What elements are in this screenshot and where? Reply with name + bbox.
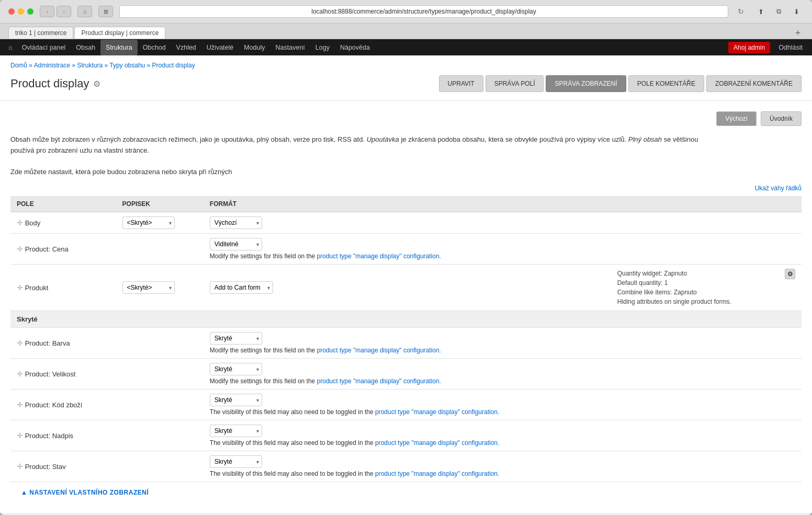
velikost-format-cell: Skryté Viditelné ▾ Modify the settings f… bbox=[210, 363, 605, 385]
tab-pole-komentar[interactable]: POLE KOMENTÁŘE bbox=[628, 75, 704, 92]
stav-format-select-wrapper: Skryté Viditelné ▾ bbox=[210, 455, 262, 468]
produkt-settings-gear[interactable]: ⚙ bbox=[785, 269, 795, 279]
drag-handle[interactable]: ✛ bbox=[17, 339, 23, 347]
content-tabs: UPRAVIT SPRÁVA POLÍ SPRÁVA ZOBRAZENÍ POL… bbox=[439, 75, 802, 92]
browser-dots bbox=[8, 8, 33, 15]
tab-switcher-button[interactable]: ⊞ bbox=[98, 6, 113, 17]
tab-zobrazeni-komentar[interactable]: ZOBRAZENÍ KOMENTÁŘE bbox=[706, 75, 802, 92]
nav-struktura[interactable]: Struktura bbox=[100, 40, 138, 55]
barva-format-select[interactable]: Skryté Viditelné bbox=[210, 332, 262, 345]
nadpis-format-row: Skryté Viditelné ▾ bbox=[210, 425, 605, 437]
nav-obsah[interactable]: Obsah bbox=[71, 40, 100, 55]
admin-badge[interactable]: Ahoj admin bbox=[728, 42, 770, 53]
page-title: Product display bbox=[10, 77, 89, 90]
col-format: FORMÁT bbox=[204, 196, 611, 212]
nav-obchod[interactable]: Obchod bbox=[138, 40, 171, 55]
url-text: localhost:8888/commerce/admin/structure/… bbox=[311, 8, 536, 15]
display-uvednik-btn[interactable]: Úvodník bbox=[761, 111, 802, 126]
section-label-skryte: Skryté bbox=[17, 315, 38, 323]
drag-handle[interactable]: ✛ bbox=[17, 431, 23, 440]
table-row: ✛ Product: Kód zboží Skryté Vid bbox=[10, 390, 802, 420]
new-window-button[interactable]: ⧉ bbox=[771, 6, 786, 17]
custom-display-settings-link[interactable]: ▲ NASTAVENÍ VLASTNÍHO ZOBRAZENÍ bbox=[21, 489, 149, 496]
stav-format-cell: Skryté Viditelné ▾ The visibility of thi… bbox=[210, 455, 605, 477]
field-cena-name: Product: Cena bbox=[25, 245, 69, 253]
kod-config-link[interactable]: product type "manage display" configurat… bbox=[375, 408, 499, 416]
download-button[interactable]: ⬇ bbox=[789, 6, 804, 17]
nadpis-format-select-wrapper: Skryté Viditelné ▾ bbox=[210, 425, 262, 437]
nav-logy[interactable]: Logy bbox=[310, 40, 335, 55]
body-format-select[interactable]: Výchozí Skryté bbox=[210, 216, 262, 229]
show-weights-anchor[interactable]: Ukaž váhy řádků bbox=[755, 185, 802, 192]
body-label-select[interactable]: <Skryté> Výchozí bbox=[122, 216, 175, 229]
tab-1[interactable]: triko 1 | commerce bbox=[8, 27, 73, 39]
home-button[interactable]: ⌂ bbox=[77, 6, 92, 17]
drag-handle[interactable]: ✛ bbox=[17, 400, 23, 409]
produkt-label-select[interactable]: <Skryté> Výchozí bbox=[122, 281, 175, 294]
share-button[interactable]: ⬆ bbox=[753, 6, 768, 17]
nadpis-modify-link: The visibility of this field may also ne… bbox=[210, 439, 605, 447]
tab-2[interactable]: Product display | commerce bbox=[74, 27, 165, 39]
breadcrumb: Domů » Administrace » Struktura » Typy o… bbox=[0, 55, 812, 71]
tab-upravit[interactable]: UPRAVIT bbox=[439, 75, 483, 92]
nav-moduly[interactable]: Moduly bbox=[239, 40, 270, 55]
new-tab-button[interactable]: + bbox=[792, 27, 804, 39]
page-settings-icon[interactable]: ⚙ bbox=[93, 79, 100, 89]
address-bar[interactable]: localhost:8888/commerce/admin/structure/… bbox=[119, 5, 728, 18]
drupal-nav: ⌂ Ovládací panel Obsah Struktura Obchod … bbox=[0, 39, 812, 55]
tab-sprava-zobrazeni[interactable]: SPRÁVA ZOBRAZENÍ bbox=[546, 75, 626, 92]
table-row: ✛ Product: Stav Skryté Viditeln bbox=[10, 451, 802, 482]
nadpis-config-link[interactable]: product type "manage display" configurat… bbox=[375, 439, 499, 447]
velikost-format-select[interactable]: Skryté Viditelné bbox=[210, 363, 262, 375]
nadpis-format-cell: Skryté Viditelné ▾ The visibility of thi… bbox=[210, 425, 605, 447]
drag-handle[interactable]: ✛ bbox=[17, 462, 23, 471]
cena-config-link[interactable]: product type "manage display" configurat… bbox=[317, 253, 441, 260]
browser-nav: ‹ › bbox=[40, 6, 71, 17]
back-button[interactable]: ‹ bbox=[40, 6, 54, 17]
nav-home-icon[interactable]: ⌂ bbox=[4, 39, 17, 55]
close-dot[interactable] bbox=[8, 8, 15, 15]
nav-vzhled[interactable]: Vzhled bbox=[171, 40, 201, 55]
table-row: ✛ Product: Barva Skryté Viditel bbox=[10, 328, 802, 359]
breadcrumb-home[interactable]: Domů bbox=[10, 62, 27, 69]
reload-button[interactable]: ↻ bbox=[735, 6, 747, 17]
nadpis-format-select[interactable]: Skryté Viditelné bbox=[210, 425, 262, 437]
nav-nastaveni[interactable]: Nastavení bbox=[270, 40, 310, 55]
drag-handle[interactable]: ✛ bbox=[17, 283, 23, 292]
velikost-config-link[interactable]: product type "manage display" configurat… bbox=[317, 377, 441, 385]
nav-uzivatele[interactable]: Uživatelé bbox=[201, 40, 239, 55]
kod-format-row: Skryté Viditelné ▾ bbox=[210, 394, 605, 406]
breadcrumb-typy-obsahu[interactable]: Typy obsahu bbox=[109, 62, 145, 69]
breadcrumb-struktura[interactable]: Struktura bbox=[77, 62, 103, 69]
drag-handle[interactable]: ✛ bbox=[17, 245, 23, 253]
forward-button[interactable]: › bbox=[57, 6, 71, 17]
nav-ovladaci-panel[interactable]: Ovládací panel bbox=[17, 40, 71, 55]
drag-handle[interactable]: ✛ bbox=[17, 370, 23, 378]
stav-format-select[interactable]: Skryté Viditelné bbox=[210, 455, 262, 468]
kod-format-select[interactable]: Skryté Viditelné bbox=[210, 394, 262, 406]
field-barva-name: Product: Barva bbox=[25, 339, 70, 347]
nav-napoveda[interactable]: Nápověda bbox=[335, 40, 375, 55]
produkt-format-row: Add to Cart form Výchozí ▾ bbox=[210, 281, 605, 294]
produkt-format-select[interactable]: Add to Cart form Výchozí bbox=[210, 281, 273, 294]
display-vychozi-btn[interactable]: Výchozí bbox=[716, 111, 757, 126]
section-header-skryte: Skryté bbox=[10, 311, 802, 328]
drag-handle[interactable]: ✛ bbox=[17, 219, 23, 227]
stav-modify-link: The visibility of this field may also ne… bbox=[210, 470, 605, 477]
stav-format-row: Skryté Viditelné ▾ bbox=[210, 455, 605, 468]
nav-right: Ahoj admin Odhlásit bbox=[728, 40, 808, 55]
field-kod-name: Product: Kód zboží bbox=[25, 401, 83, 409]
barva-config-link[interactable]: product type "manage display" configurat… bbox=[317, 347, 441, 354]
minimize-dot[interactable] bbox=[18, 8, 24, 15]
breadcrumb-administrace[interactable]: Administrace bbox=[34, 62, 70, 69]
cena-format-select[interactable]: Viditelné Skryté bbox=[210, 238, 262, 250]
stav-config-link[interactable]: product type "manage display" configurat… bbox=[375, 470, 499, 477]
kod-format-select-wrapper: Skryté Viditelné ▾ bbox=[210, 394, 262, 406]
field-nadpis-name: Product: Nadpis bbox=[25, 432, 74, 440]
maximize-dot[interactable] bbox=[27, 8, 33, 15]
cena-format-cell: Viditelné Skryté ▾ Modify the settings f… bbox=[210, 238, 605, 260]
breadcrumb-product-display[interactable]: Product display bbox=[152, 62, 195, 69]
produkt-label-select-wrapper: <Skryté> Výchozí ▾ bbox=[122, 281, 175, 294]
tab-sprava-poli[interactable]: SPRÁVA POLÍ bbox=[486, 75, 544, 92]
logout-link[interactable]: Odhlásit bbox=[773, 40, 808, 55]
